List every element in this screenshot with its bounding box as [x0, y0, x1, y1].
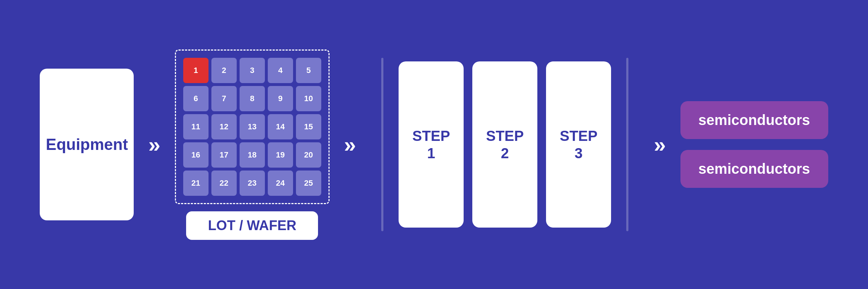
arrow-1-symbol: » — [148, 132, 160, 157]
wafer-cell-21: 21 — [183, 171, 209, 196]
wafer-cell-4: 4 — [268, 58, 293, 83]
step-box-1: STEP1 — [399, 61, 464, 228]
wafer-cell-6: 6 — [183, 86, 209, 111]
wafer-cell-7: 7 — [211, 86, 237, 111]
semiconductor-label-2: semiconductors — [699, 161, 810, 177]
wafer-cell-15: 15 — [296, 114, 321, 139]
step-box-2: STEP2 — [472, 61, 537, 228]
wafer-cell-17: 17 — [211, 142, 237, 168]
semiconductors-container: semiconductors semiconductors — [680, 101, 828, 188]
wafer-cell-5: 5 — [296, 58, 321, 83]
equipment-box: Equipment — [40, 69, 134, 220]
arrow-2-symbol: » — [344, 132, 356, 157]
arrow-3-symbol: » — [654, 132, 666, 157]
semiconductor-box-2: semiconductors — [680, 150, 828, 188]
wafer-cell-16: 16 — [183, 142, 209, 168]
arrow-3: » — [639, 132, 680, 157]
vertical-divider-right — [626, 58, 628, 231]
wafer-grid-wrapper: 1234567891011121314151617181920212223242… — [175, 49, 330, 204]
wafer-cell-9: 9 — [268, 86, 293, 111]
step-box-3: STEP3 — [546, 61, 611, 228]
steps-container: STEP1 STEP2 STEP3 — [394, 61, 615, 228]
step-label-3: STEP3 — [560, 127, 597, 162]
wafer-cell-23: 23 — [240, 171, 265, 196]
arrow-2: » — [330, 132, 370, 157]
lot-wafer-label: LOT / WAFER — [186, 211, 318, 240]
wafer-cell-14: 14 — [268, 114, 293, 139]
wafer-container: 1234567891011121314151617181920212223242… — [175, 49, 330, 240]
wafer-cell-3: 3 — [240, 58, 265, 83]
wafer-cell-13: 13 — [240, 114, 265, 139]
wafer-cell-25: 25 — [296, 171, 321, 196]
vertical-divider-left — [381, 58, 383, 231]
wafer-cell-8: 8 — [240, 86, 265, 111]
wafer-cell-22: 22 — [211, 171, 237, 196]
step-label-2: STEP2 — [486, 127, 524, 162]
wafer-cell-18: 18 — [240, 142, 265, 168]
wafer-cell-10: 10 — [296, 86, 321, 111]
wafer-cell-24: 24 — [268, 171, 293, 196]
wafer-cell-20: 20 — [296, 142, 321, 168]
wafer-cell-1: 1 — [183, 58, 209, 83]
wafer-grid: 1234567891011121314151617181920212223242… — [183, 58, 321, 196]
step-label-1: STEP1 — [412, 127, 450, 162]
semiconductor-box-1: semiconductors — [680, 101, 828, 139]
main-container: Equipment » 1234567891011121314151617181… — [0, 49, 868, 240]
wafer-cell-2: 2 — [211, 58, 237, 83]
arrow-1: » — [134, 132, 175, 157]
semiconductor-label-1: semiconductors — [699, 112, 810, 128]
equipment-label: Equipment — [46, 135, 128, 154]
wafer-cell-11: 11 — [183, 114, 209, 139]
wafer-cell-19: 19 — [268, 142, 293, 168]
wafer-cell-12: 12 — [211, 114, 237, 139]
